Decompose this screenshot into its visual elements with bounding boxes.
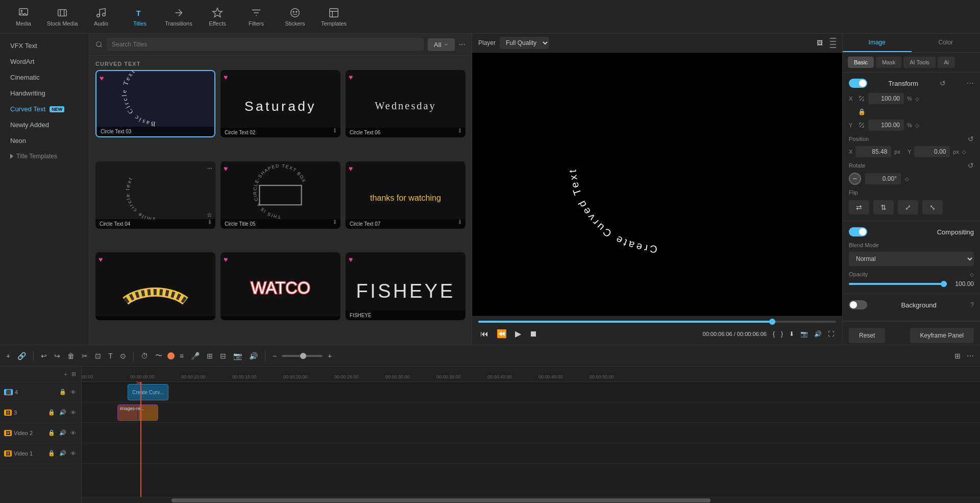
- scale-range-x-btn[interactable]: ◇: [915, 96, 919, 102]
- tl-circle-btn[interactable]: ⊙: [118, 350, 128, 362]
- template-card-fisheye[interactable]: FISHEYE ♥ FISHEYE: [346, 252, 465, 320]
- tl-wave-btn[interactable]: 〜: [153, 349, 164, 363]
- template-card-circle-text-06[interactable]: Wednesday ♥ ⬇ Circle Text 06: [346, 70, 465, 137]
- toolbar-stickers[interactable]: Stickers: [277, 2, 313, 32]
- rotate-dial[interactable]: [849, 173, 861, 185]
- track-link-btn[interactable]: ⊞: [70, 370, 77, 378]
- flip-vertical-btn[interactable]: ⇅: [873, 200, 894, 214]
- filter-button[interactable]: All: [428, 38, 455, 51]
- rotate-reset-btn[interactable]: ↺: [968, 161, 974, 170]
- tl-crop-btn[interactable]: ⊡: [93, 350, 103, 362]
- template-card-circle-text-04[interactable]: smile circle text ··· ☆ ⬇ Circle Text 04: [95, 161, 215, 229]
- toolbar-audio[interactable]: Audio: [83, 2, 119, 32]
- subtab-ai-tools[interactable]: AI Tools: [903, 57, 936, 68]
- track-1-lock-btn[interactable]: 🔒: [47, 449, 56, 458]
- tl-undo-btn[interactable]: ↩: [39, 350, 49, 362]
- track-2-visible-btn[interactable]: 👁: [69, 428, 77, 437]
- mark-in-button[interactable]: {: [771, 328, 777, 340]
- sidebar-item-vfx-text[interactable]: VFX Text: [0, 38, 89, 54]
- template-card-7[interactable]: ♥: [95, 252, 215, 320]
- position-range-btn[interactable]: ◇: [962, 149, 966, 155]
- template-card-8[interactable]: WATCO ♥: [220, 252, 340, 320]
- go-to-start-button[interactable]: ⏮: [478, 327, 491, 341]
- tab-image[interactable]: Image: [843, 34, 912, 52]
- toolbar-templates[interactable]: Templates: [315, 2, 352, 32]
- player-image-btn[interactable]: 🖼: [815, 37, 825, 49]
- sidebar-item-neon[interactable]: Neon: [0, 133, 89, 149]
- sidebar-item-newly-added[interactable]: Newly Added: [0, 117, 89, 133]
- toolbar-media[interactable]: Media: [5, 2, 42, 32]
- insert-button[interactable]: ⬇: [787, 328, 796, 340]
- timeline-scroll[interactable]: [82, 497, 980, 503]
- tl-cut-btn[interactable]: ✂: [80, 350, 90, 362]
- track-2-lock-btn[interactable]: 🔒: [47, 428, 56, 437]
- subtab-ai[interactable]: Ai: [938, 57, 955, 68]
- track-2-vol-btn[interactable]: 🔊: [58, 428, 67, 437]
- track-1-visible-btn[interactable]: 👁: [69, 449, 77, 458]
- fullscreen-button[interactable]: ⛶: [826, 328, 836, 340]
- tl-timer-btn[interactable]: ⏱: [139, 350, 150, 362]
- transform-toggle[interactable]: [849, 79, 867, 88]
- toolbar-titles[interactable]: T Titles: [121, 2, 158, 32]
- toolbar-effects[interactable]: Effects: [199, 2, 236, 32]
- tl-link-btn[interactable]: 🔗: [15, 350, 28, 362]
- template-card-circle-title-05[interactable]: THIS IS A CIRCLE-SHAPED TEXT BOX ♥ ⬇ Cir…: [220, 161, 340, 229]
- toolbar-stock[interactable]: Stock Media: [44, 2, 81, 32]
- volume-button[interactable]: 🔊: [812, 328, 824, 340]
- tl-more-btn[interactable]: ⋯: [965, 350, 976, 362]
- tl-text-btn[interactable]: T: [106, 350, 115, 362]
- opacity-slider[interactable]: [849, 283, 947, 285]
- tl-zoom-minus-btn[interactable]: −: [271, 350, 279, 362]
- sidebar-item-title-templates[interactable]: Title Templates: [0, 149, 89, 164]
- more-icon-04[interactable]: ···: [207, 164, 212, 172]
- track-4-lock-btn[interactable]: 🔒: [58, 388, 67, 396]
- sidebar-item-cinematic[interactable]: Cinematic: [0, 69, 89, 85]
- tl-split-btn[interactable]: ⊞: [205, 350, 215, 362]
- opacity-slider-container[interactable]: [849, 283, 947, 285]
- search-input[interactable]: [107, 38, 424, 51]
- background-help-icon[interactable]: ?: [970, 301, 974, 308]
- track-4-visible-btn[interactable]: 👁: [69, 388, 77, 396]
- opacity-range-btn[interactable]: ◇: [970, 272, 974, 277]
- tl-join-btn[interactable]: ⊟: [218, 350, 228, 362]
- track-3-clip[interactable]: images-re...: [117, 404, 158, 421]
- progress-bar-container[interactable]: [478, 321, 836, 323]
- track-3-lock-btn[interactable]: 🔒: [47, 408, 56, 417]
- subtab-basic[interactable]: Basic: [848, 57, 874, 68]
- tl-color-btn[interactable]: [167, 352, 175, 360]
- tl-vol-btn[interactable]: 🔊: [247, 350, 260, 362]
- step-back-button[interactable]: ⏪: [495, 327, 509, 341]
- track-add-btn[interactable]: +: [63, 370, 68, 378]
- zoom-slider[interactable]: [282, 355, 323, 357]
- rotate-range-btn[interactable]: ◇: [905, 176, 909, 182]
- subtab-mask[interactable]: Mask: [876, 57, 901, 68]
- tl-grid-btn[interactable]: ⊞: [952, 350, 963, 362]
- snapshot-button[interactable]: 📷: [798, 328, 810, 340]
- position-reset-btn[interactable]: ↺: [968, 135, 974, 143]
- track-3-visible-btn[interactable]: 👁: [69, 408, 77, 417]
- transform-reset-btn[interactable]: ↺: [940, 79, 946, 87]
- tl-delete-btn[interactable]: 🗑: [65, 350, 77, 362]
- toolbar-transitions[interactable]: Transitions: [160, 2, 197, 32]
- tl-eq-btn[interactable]: ≡: [178, 350, 186, 362]
- track-3-vol-btn[interactable]: 🔊: [58, 408, 67, 417]
- tl-zoom-plus-btn[interactable]: +: [326, 350, 334, 362]
- stop-button[interactable]: ⏹: [527, 327, 540, 341]
- position-x-input[interactable]: [855, 146, 891, 157]
- rotate-input[interactable]: [865, 173, 901, 184]
- play-button[interactable]: ▶: [513, 327, 523, 341]
- track-4-clip[interactable]: Create Curv...: [128, 384, 168, 400]
- tl-mic-btn[interactable]: 🎤: [189, 350, 202, 362]
- sidebar-item-handwriting[interactable]: Handwriting: [0, 85, 89, 101]
- timeline-scrollbar[interactable]: [172, 498, 710, 502]
- tl-redo-btn[interactable]: ↪: [52, 350, 62, 362]
- template-card-circle-text-07[interactable]: thanks for watching ♥ ⬇ Circle Text 07: [346, 161, 465, 229]
- reset-button[interactable]: Reset: [849, 328, 885, 343]
- transform-expand-btn[interactable]: ⋯: [967, 79, 974, 87]
- tl-add-btn[interactable]: +: [4, 350, 12, 362]
- template-card-circle-text-02[interactable]: Saturady ♥ ⬇ Circle Text 02: [220, 70, 340, 137]
- sidebar-item-wordart[interactable]: WordArt: [0, 54, 89, 69]
- scale-range-y-btn[interactable]: ◇: [915, 123, 919, 128]
- quality-select[interactable]: Full Quality: [500, 37, 549, 49]
- tab-color[interactable]: Color: [912, 34, 981, 52]
